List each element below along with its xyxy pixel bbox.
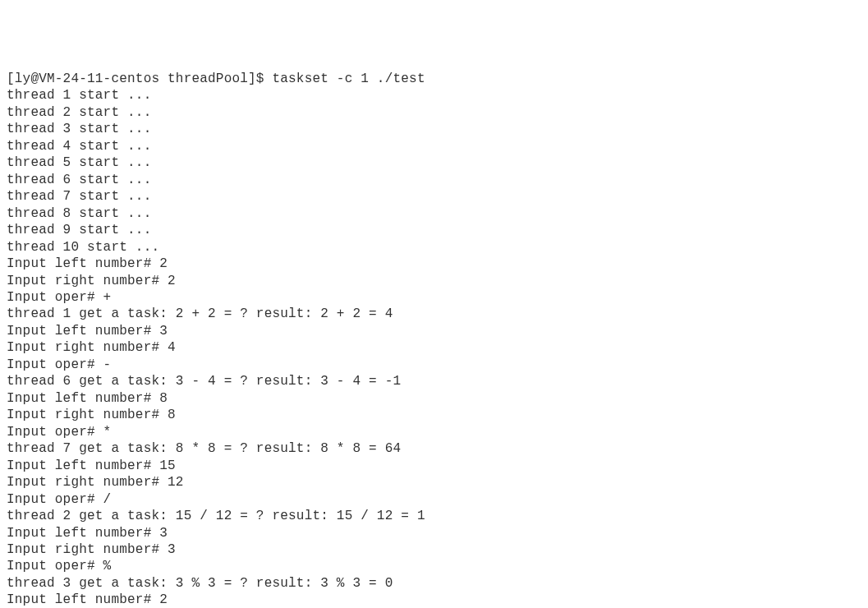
terminal-line: Input right number# 12 bbox=[7, 474, 861, 491]
terminal-line: thread 7 get a task: 8 * 8 = ? result: 8… bbox=[7, 440, 861, 457]
terminal-line: Input oper# - bbox=[7, 357, 861, 373]
terminal-line: thread 3 get a task: 3 % 3 = ? result: 3… bbox=[7, 575, 861, 592]
terminal-line: thread 3 start ... bbox=[7, 121, 861, 137]
terminal-line: Input left number# 2 bbox=[7, 592, 861, 608]
terminal-line: thread 4 start ... bbox=[7, 138, 861, 154]
terminal-line: thread 9 start ... bbox=[7, 222, 861, 238]
terminal-line: thread 8 start ... bbox=[7, 205, 861, 222]
terminal-line: Input left number# 8 bbox=[7, 390, 861, 407]
terminal-line: thread 2 start ... bbox=[7, 104, 861, 121]
terminal-line: thread 6 start ... bbox=[7, 172, 861, 188]
terminal-line: Input oper# % bbox=[7, 558, 861, 574]
terminal-line: Input left number# 3 bbox=[7, 525, 861, 541]
terminal-line: thread 7 start ... bbox=[7, 188, 861, 205]
terminal-line: Input left number# 2 bbox=[7, 256, 861, 272]
terminal-line: Input oper# / bbox=[7, 491, 861, 508]
terminal-line: thread 1 get a task: 2 + 2 = ? result: 2… bbox=[7, 306, 861, 322]
terminal-line: [ly@VM-24-11-centos threadPool]$ taskset… bbox=[7, 71, 861, 87]
terminal-line: Input left number# 15 bbox=[7, 458, 861, 474]
terminal-line: thread 10 start ... bbox=[7, 239, 861, 256]
terminal-output: [ly@VM-24-11-centos threadPool]$ taskset… bbox=[7, 71, 861, 608]
terminal-line: Input right number# 3 bbox=[7, 541, 861, 558]
terminal-line: Input right number# 4 bbox=[7, 339, 861, 356]
terminal-line: Input oper# + bbox=[7, 289, 861, 306]
terminal-line: thread 5 start ... bbox=[7, 154, 861, 171]
terminal-line: thread 1 start ... bbox=[7, 87, 861, 104]
terminal-line: Input oper# * bbox=[7, 424, 861, 440]
terminal-line: Input right number# 8 bbox=[7, 407, 861, 423]
terminal-line: thread 6 get a task: 3 - 4 = ? result: 3… bbox=[7, 373, 861, 389]
terminal-line: Input left number# 3 bbox=[7, 323, 861, 339]
terminal-line: Input right number# 2 bbox=[7, 273, 861, 289]
terminal-line: thread 2 get a task: 15 / 12 = ? result:… bbox=[7, 508, 861, 524]
